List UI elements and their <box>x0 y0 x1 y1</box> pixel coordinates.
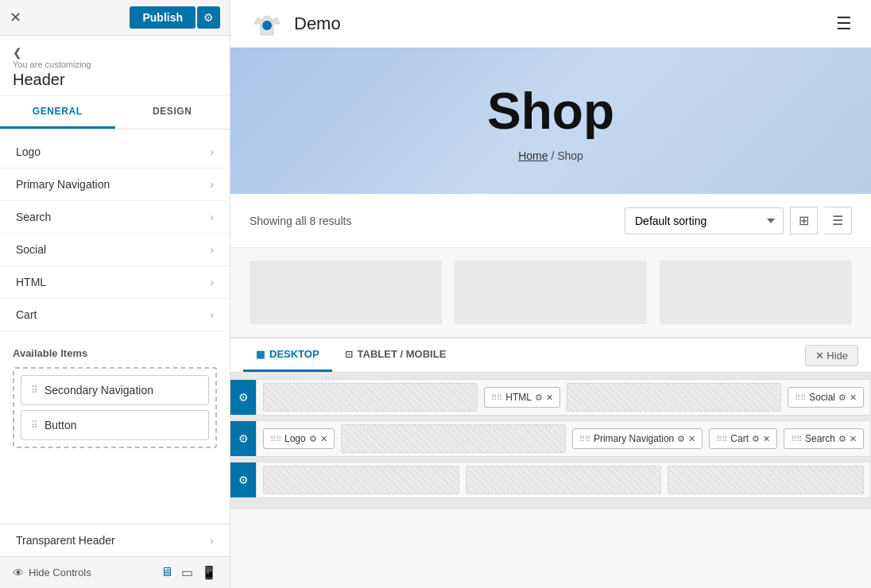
menu-item-html[interactable]: HTML › <box>0 266 230 299</box>
widget-label: Cart <box>730 433 749 444</box>
menu-item-logo[interactable]: Logo › <box>0 136 230 168</box>
drag-handle-icon: ⠿⠿ <box>579 435 590 443</box>
transparent-header-label: Transparent Header <box>16 534 115 547</box>
list-view-button[interactable]: ☰ <box>824 207 852 234</box>
chevron-right-icon: › <box>210 276 214 288</box>
row-settings-handle-3[interactable]: ⚙ <box>230 462 256 497</box>
tablet-icon[interactable]: ▭ <box>181 565 193 580</box>
chevron-right-icon: › <box>210 178 214 191</box>
gear-icon[interactable]: ⚙ <box>535 393 543 403</box>
menu-item-label: Logo <box>16 145 41 158</box>
drag-handle-icon: ⠿⠿ <box>491 393 502 402</box>
widget-label: Search <box>805 433 835 444</box>
product-thumbnail <box>250 261 442 324</box>
close-icon[interactable]: ✕ <box>763 434 770 444</box>
builder-rows: ⚙ ⠿⠿ HTML ⚙ ✕ ⠿⠿ Social ⚙ <box>230 373 871 509</box>
builder-tab-desktop[interactable]: ▦ DESKTOP <box>243 338 332 372</box>
row-settings-handle-2[interactable]: ⚙ <box>230 421 256 456</box>
row-empty-area[interactable] <box>567 383 781 412</box>
available-items-box: ⠿ Secondary Navigation ⠿ Button <box>13 367 217 448</box>
widget-label: HTML <box>505 392 532 403</box>
breadcrumb-home-link[interactable]: Home <box>518 149 548 162</box>
builder-row-3: ⚙ <box>230 462 871 498</box>
publish-settings-group: Publish ⚙ <box>130 6 220 29</box>
panel-header: ✕ Publish ⚙ <box>0 0 230 36</box>
row-empty-area[interactable] <box>263 466 459 494</box>
panel-footer: 👁 Hide Controls 🖥 ▭ 📱 <box>0 556 230 588</box>
draggable-button[interactable]: ⠿ Button <box>21 410 209 440</box>
transparent-header-row[interactable]: Transparent Header › <box>0 524 230 556</box>
row-empty-area[interactable] <box>263 383 478 412</box>
gear-icon[interactable]: ⚙ <box>838 434 846 444</box>
item-label: Secondary Navigation <box>45 384 153 397</box>
menu-item-label: Primary Navigation <box>16 178 110 191</box>
close-icon[interactable]: ✕ <box>850 393 857 403</box>
svg-point-1 <box>262 21 272 30</box>
hide-controls-button[interactable]: 👁 Hide Controls <box>13 567 91 579</box>
store-topbar: Demo ☰ <box>230 0 871 48</box>
available-items-section: Available Items ⠿ Secondary Navigation ⠿… <box>0 338 230 524</box>
settings-button[interactable]: ⚙ <box>197 6 220 29</box>
chevron-right-icon: › <box>210 243 214 256</box>
draggable-secondary-navigation[interactable]: ⠿ Secondary Navigation <box>21 375 209 405</box>
menu-item-label: HTML <box>16 276 46 288</box>
publish-label: Publish <box>142 11 183 24</box>
gear-icon[interactable]: ⚙ <box>309 434 317 444</box>
shop-toolbar: Showing all 8 results Default sorting So… <box>230 194 871 248</box>
section-heading: Header <box>13 71 65 88</box>
store-logo: Demo <box>250 6 341 41</box>
device-switcher: 🖥 ▭ 📱 <box>161 565 217 580</box>
grid-view-button[interactable]: ⊞ <box>790 207 818 234</box>
sort-select[interactable]: Default sorting Sort by popularity Sort … <box>625 207 784 234</box>
row-content-3 <box>256 462 871 498</box>
tab-label: DESKTOP <box>269 348 319 360</box>
customizer-panel: ✕ Publish ⚙ ❮ You are customizing Header… <box>0 0 230 588</box>
chevron-right-icon: › <box>210 534 214 547</box>
tab-design[interactable]: DESIGN <box>115 96 230 129</box>
menu-item-search[interactable]: Search › <box>0 201 230 234</box>
drag-handle-icon: ⠿⠿ <box>795 393 806 402</box>
row-empty-area[interactable] <box>341 424 566 453</box>
hamburger-icon[interactable]: ☰ <box>836 14 852 34</box>
gear-icon[interactable]: ⚙ <box>838 393 846 403</box>
store-name: Demo <box>294 14 341 34</box>
hero-title: Shop <box>250 86 852 137</box>
close-icon[interactable]: ✕ <box>320 434 327 444</box>
close-icon[interactable]: ✕ <box>688 434 695 444</box>
breadcrumb-separator: / <box>551 149 557 162</box>
row-settings-handle-1[interactable]: ⚙ <box>230 380 256 415</box>
gear-icon: ⚙ <box>203 11 214 24</box>
close-icon[interactable]: ✕ <box>850 434 857 444</box>
menu-item-primary-navigation[interactable]: Primary Navigation › <box>0 168 230 201</box>
close-icon[interactable]: ✕ <box>546 393 553 403</box>
back-icon[interactable]: ❮ <box>13 46 22 59</box>
breadcrumb-current: Shop <box>557 149 583 162</box>
gear-icon[interactable]: ⚙ <box>752 434 760 444</box>
menu-item-cart[interactable]: Cart › <box>0 299 230 331</box>
available-items-label: Available Items <box>13 347 217 359</box>
row-empty-area[interactable] <box>466 466 662 494</box>
tablet-mobile-icon: ⊡ <box>345 349 353 360</box>
item-label: Button <box>45 419 76 431</box>
builder-row-2: ⚙ ⠿⠿ Logo ⚙ ✕ ⠿⠿ Primary Navigation ⚙ <box>230 420 871 457</box>
mobile-icon[interactable]: 📱 <box>201 565 217 580</box>
menu-item-social[interactable]: Social › <box>0 234 230 266</box>
gear-icon[interactable]: ⚙ <box>677 434 685 444</box>
publish-button[interactable]: Publish <box>130 6 195 29</box>
row-content-1: ⠿⠿ HTML ⚙ ✕ ⠿⠿ Social ⚙ ✕ <box>256 379 871 416</box>
hide-controls-label: Hide Controls <box>29 567 91 578</box>
widget-logo: ⠿⠿ Logo ⚙ ✕ <box>263 428 335 449</box>
widget-social: ⠿⠿ Social ⚙ ✕ <box>788 387 864 408</box>
hide-button[interactable]: ✕ Hide <box>805 345 858 366</box>
close-icon[interactable]: ✕ <box>10 9 21 26</box>
builder-tab-tablet-mobile[interactable]: ⊡ TABLET / MOBILE <box>332 338 459 372</box>
logo-icon <box>250 6 285 41</box>
desktop-icon[interactable]: 🖥 <box>161 565 173 580</box>
builder-tabs-bar: ▦ DESKTOP ⊡ TABLET / MOBILE ✕ Hide <box>230 338 871 373</box>
widget-search: ⠿⠿ Search ⚙ ✕ <box>784 428 864 449</box>
hero-section: Shop Home / Shop <box>230 48 871 194</box>
builder-tabs-left: ▦ DESKTOP ⊡ TABLET / MOBILE <box>243 338 459 372</box>
row-empty-area[interactable] <box>668 466 864 494</box>
results-count: Showing all 8 results <box>250 215 351 227</box>
tab-general[interactable]: GENERAL <box>0 96 115 129</box>
